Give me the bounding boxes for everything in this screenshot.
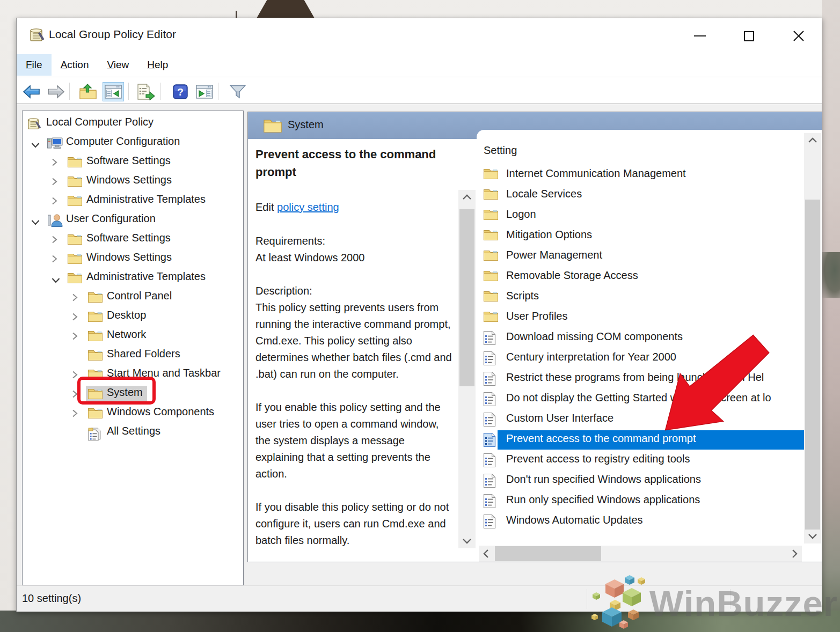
setting-item-prevent-access-to-the-command-prompt[interactable]: Prevent access to the command prompt (477, 430, 822, 450)
tree-item-system[interactable]: System (23, 384, 243, 403)
minimize-button[interactable] (688, 26, 712, 46)
setting-item-power-management[interactable]: Power Management (477, 246, 822, 267)
tree-item-shared-folders[interactable]: Shared Folders (23, 346, 243, 365)
tree-item-administrative-templates[interactable]: Administrative Templates (23, 268, 243, 288)
setting-item-removable-storage-access[interactable]: Removable Storage Access (477, 267, 822, 287)
tree-item-network[interactable]: Network (23, 326, 243, 346)
tree-item-software-settings[interactable]: Software Settings (23, 230, 243, 249)
tree-item-user-configuration[interactable]: User Configuration (23, 210, 243, 230)
chevron-right-icon[interactable] (51, 234, 58, 247)
description-scrollbar[interactable] (458, 190, 476, 548)
settings-horizontal-scrollbar[interactable] (479, 546, 802, 562)
setting-item-windows-automatic-updates[interactable]: Windows Automatic Updates (477, 511, 822, 532)
scroll-left-icon[interactable] (479, 546, 494, 562)
tree-item-local-computer-policy[interactable]: Local Computer Policy (23, 114, 243, 133)
chevron-right-icon[interactable] (51, 177, 58, 189)
setting-item-restrict-these-programs-from-being-launc[interactable]: Restrict these programs from being launc… (477, 369, 822, 389)
menu-help[interactable]: Help (138, 54, 177, 76)
folder-icon (87, 349, 103, 364)
export-list-button[interactable] (135, 82, 156, 101)
menu-view[interactable]: View (98, 54, 138, 76)
filter-button[interactable] (227, 82, 249, 101)
tree-item-start-menu-and-taskbar[interactable]: Start Menu and Taskbar (23, 365, 243, 384)
show-action-pane-button[interactable] (194, 82, 215, 101)
maximize-button[interactable] (736, 26, 761, 46)
chevron-down-icon[interactable] (31, 216, 40, 229)
tree-item-software-settings[interactable]: Software Settings (23, 152, 243, 172)
setting-item-custom-user-interface[interactable]: Custom User Interface (477, 409, 822, 430)
tree-item-windows-settings[interactable]: Windows Settings (23, 249, 243, 268)
setting-item-mitigation-options[interactable]: Mitigation Options (477, 226, 822, 246)
setting-item-label: Power Management (506, 249, 803, 261)
computer-icon (47, 136, 63, 153)
folder-icon (87, 368, 103, 383)
policy-icon (483, 351, 496, 369)
tree-item-label: Computer Configuration (66, 135, 180, 148)
setting-item-scripts[interactable]: Scripts (477, 287, 822, 307)
edit-policy-setting-link[interactable]: policy setting (277, 201, 339, 213)
chevron-right-icon[interactable] (71, 389, 78, 402)
tree-item-administrative-templates[interactable]: Administrative Templates (23, 191, 243, 210)
toolbar: ? (17, 78, 822, 104)
close-button[interactable] (786, 26, 811, 46)
chevron-right-icon[interactable] (71, 408, 78, 421)
chevron-right-icon[interactable] (71, 370, 78, 383)
chevron-right-icon[interactable] (51, 254, 58, 267)
action-pane-icon (195, 84, 214, 100)
setting-item-label: Prevent access to registry editing tools (506, 453, 803, 465)
filter-icon (229, 84, 247, 100)
help-button[interactable]: ? (170, 82, 191, 101)
tree-item-computer-configuration[interactable]: Computer Configuration (23, 133, 243, 152)
scroll-up-icon[interactable] (804, 133, 821, 148)
chevron-right-icon[interactable] (51, 157, 58, 170)
tree-item-control-panel[interactable]: Control Panel (23, 288, 243, 307)
folder-icon (67, 175, 83, 190)
chevron-right-icon[interactable] (71, 331, 78, 344)
policy-icon (483, 432, 496, 450)
setting-item-user-profiles[interactable]: User Profiles (477, 307, 822, 328)
scroll-down-icon[interactable] (458, 533, 476, 548)
tree-item-desktop[interactable]: Desktop (23, 307, 243, 326)
setting-item-run-only-specified-windows-applications[interactable]: Run only specified Windows applications (477, 491, 822, 511)
scrollbar-thumb[interactable] (459, 209, 474, 386)
back-button[interactable] (21, 82, 42, 101)
tree-item-windows-components[interactable]: Windows Components (23, 403, 243, 423)
tree-item-label: Windows Components (107, 406, 214, 418)
show-console-tree-button[interactable] (103, 82, 124, 101)
setting-item-internet-communication-management[interactable]: Internet Communication Management (477, 165, 822, 185)
setting-item-locale-services[interactable]: Locale Services (477, 185, 822, 205)
menu-file[interactable]: File (17, 54, 52, 76)
tree-item-label: User Configuration (66, 212, 156, 225)
settings-vertical-scrollbar[interactable] (804, 133, 821, 543)
up-one-level-button[interactable] (77, 82, 99, 101)
tree-item-label: Software Settings (86, 155, 171, 167)
toolbar-separator (218, 83, 218, 100)
scroll-down-icon[interactable] (804, 528, 821, 543)
setting-item-label: Internet Communication Management (506, 167, 803, 180)
scroll-right-icon[interactable] (787, 546, 802, 562)
setting-item-prevent-access-to-registry-editing-tools[interactable]: Prevent access to registry editing tools (477, 450, 822, 471)
chevron-right-icon[interactable] (71, 292, 78, 305)
chevron-down-icon[interactable] (31, 139, 40, 151)
setting-item-label: Mitigation Options (506, 229, 803, 241)
setting-item-logon[interactable]: Logon (477, 205, 822, 226)
forward-button[interactable] (45, 82, 67, 101)
scrollbar-thumb[interactable] (495, 546, 601, 561)
policy-icon (483, 371, 496, 389)
tree-item-windows-settings[interactable]: Windows Settings (23, 172, 243, 191)
title-bar[interactable]: Local Group Policy Editor (17, 18, 822, 53)
local-group-policy-editor-window: Local Group Policy Editor File Action Vi… (16, 18, 822, 612)
chevron-right-icon[interactable] (71, 312, 78, 325)
tree-item-label: Shared Folders (107, 348, 180, 360)
chevron-down-icon[interactable] (51, 274, 61, 286)
svg-text:?: ? (177, 86, 184, 98)
scroll-up-icon[interactable] (458, 190, 476, 205)
setting-item-century-interpretation-for-year-2000[interactable]: Century interpretation for Year 2000 (477, 348, 822, 369)
setting-item-download-missing-com-components[interactable]: Download missing COM components (477, 328, 822, 348)
scrollbar-thumb[interactable] (805, 200, 820, 530)
menu-action[interactable]: Action (52, 54, 98, 76)
setting-item-don-t-run-specified-windows-applications[interactable]: Don't run specified Windows applications (477, 471, 822, 491)
tree-item-all-settings[interactable]: All Settings (23, 423, 243, 442)
setting-item-do-not-display-the-getting-started-welco[interactable]: Do not display the Getting Started welco… (477, 389, 822, 409)
chevron-right-icon[interactable] (51, 196, 58, 209)
